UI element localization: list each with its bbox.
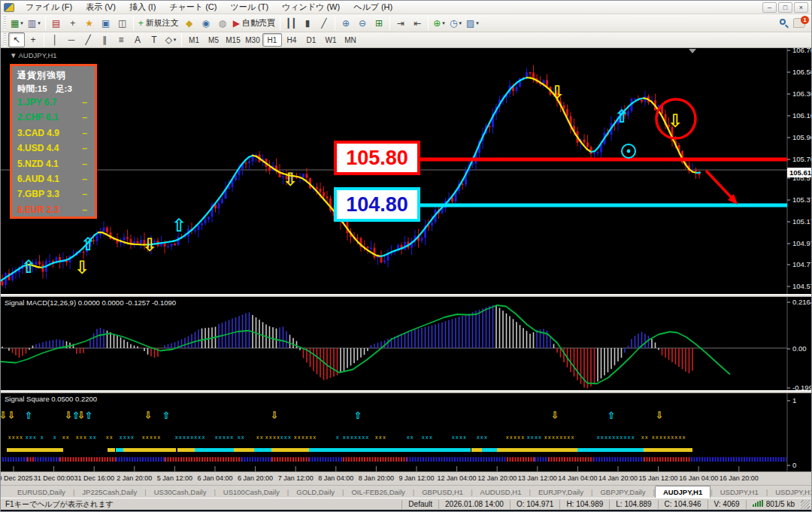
autotrading-button[interactable]: ▶自動売買 [231,16,277,31]
macd-panel[interactable]: 0.21640.00-0.199 Signal MACD(12,26,9) 0.… [1,297,811,390]
cursor-tool[interactable]: ↖ [8,32,25,47]
news-button[interactable]: ◍ [214,16,231,31]
experts-button[interactable]: ◉ [198,16,214,31]
channel-tool-icon: ∥ [102,35,107,45]
macd-title: Signal MACD(12,26,9) 0.0000 0.0000 -0.12… [5,298,176,307]
chart-tab-gold-daily[interactable]: GOLD,Daily [289,486,342,498]
indicators-button-icon: ⊕ [433,18,441,29]
terminal-button[interactable]: ▣ [98,16,114,31]
chart-tab-usdjpy-h1[interactable]: USDJPY,H1 [768,486,812,498]
new-chart-button-icon: ▦ [11,18,19,29]
notifications-icon[interactable]: 1 [793,18,805,28]
new-order-button[interactable]: +新規注文 [136,16,181,31]
restore-button[interactable]: □ [778,2,792,13]
main-chart-panel[interactable]: ⇧⇧⇧⇧⇩⇩⇩⇩⇩106.760106.565106.365106.165105… [1,48,811,294]
templates-button[interactable]: ▨▾ [464,16,481,31]
chart-tabs: EURUSD,Daily|JP225Cash,Daily|US30Cash,Da… [1,485,811,498]
status-profile[interactable]: Default [401,500,438,509]
chart-shift-button[interactable]: ⇤ [409,16,426,31]
svg-text:1: 1 [792,396,796,404]
svg-text:xxxxxxxxxx: xxxxxxxxxx [597,435,635,440]
price-level-label-low[interactable]: 104.80 [334,187,420,222]
minimize-button[interactable]: – [762,2,777,13]
time-axis[interactable]: 30 Dec 202531 Dec 00:0031 Dec 16:002 Jan… [1,471,811,485]
market-watch-button[interactable]: ▤ [48,16,65,31]
mt4-window: ファイル (F)表示 (V)挿入 (I)チャート (C)ツール (T)ウィンドウ… [0,0,812,512]
hline-tool[interactable]: ─ [63,32,80,47]
data-window-button[interactable]: + [65,16,81,31]
menu-v[interactable]: 表示 (V) [79,1,123,14]
chart-tab-eurusd-daily[interactable]: EURUSD,Daily [10,486,73,498]
chart-tab-usdjpy-h1[interactable]: USDJPY,H1 [713,486,766,498]
menu-c[interactable]: チャート (C) [162,1,223,14]
timeframe-mn[interactable]: MN [341,33,360,47]
svg-text:⇩: ⇩ [142,235,157,255]
timeframe-m30[interactable]: M30 [243,33,262,47]
strength-row: 2.CHF 6.1– [17,110,95,125]
cursor-tool-icon: ↖ [13,35,20,45]
menu-f[interactable]: ファイル (F) [19,1,79,14]
periods-button-icon: ◷ [450,18,457,29]
chart-tab-us30cash-daily[interactable]: US30Cash,Daily [147,486,214,498]
vline-tool[interactable]: │ [47,32,63,47]
timeframe-w1[interactable]: W1 [321,33,341,47]
tile-windows-button[interactable]: ⊞ [371,16,387,31]
timeframe-m5[interactable]: M5 [204,33,223,47]
chart-tab-oil-feb26-daily[interactable]: OIL-FEB26,Daily [344,486,412,498]
chart-tab-gbpusd-h1[interactable]: GBPUSD,H1 [414,486,471,498]
chart-tab-eurjpy-daily[interactable]: EURJPY,Daily [531,486,591,498]
auto-scroll-button[interactable]: ⇥ [392,16,409,31]
indicators-button[interactable]: ⊕▾ [431,16,447,31]
timeframe-m15[interactable]: M15 [223,33,243,47]
metaeditor-button[interactable]: ◆ [181,16,198,31]
zoom-out-button[interactable]: ⊖ [354,16,371,31]
trendline-tool[interactable]: ╱ [80,32,96,47]
bars-chart-button[interactable]: ┃┃ [283,16,299,31]
timeframe-d1[interactable]: D1 [301,33,321,47]
shapes-tool[interactable]: ◇▾ [162,32,179,47]
zoom-in-button[interactable]: ⊕ [338,16,354,31]
menu-h[interactable]: ヘルプ (H) [347,1,399,14]
drawing-toolbar: ↖+│─╱∥≡AT◇▾ M1M5M15M30H1H4D1W1MN [1,32,811,48]
candles-chart-button[interactable]: ▮ [299,16,316,31]
new-chart-button[interactable]: ▦▾ [8,16,26,31]
label-tool[interactable]: T [146,32,162,47]
currency-strength-panel: 通貨別強弱 時間:15 足:3 1.JPY 6.7–2.CHF 6.1–3.CA… [10,64,97,219]
profiles-button[interactable]: ▥▾ [26,16,43,31]
timeframe-h1[interactable]: H1 [262,33,282,47]
chart-symbol-label[interactable]: ▼ AUDJPY,H1 [10,51,57,59]
chart-tab-audusd-h1[interactable]: AUDUSD,H1 [473,486,529,498]
resize-grip[interactable] [801,500,810,509]
chart-tab-gbpjpy-daily[interactable]: GBPJPY,Daily [592,486,653,498]
navigator-button[interactable]: ★ [81,16,98,31]
timeframe-h4[interactable]: H4 [282,33,301,47]
svg-text:xx: xx [62,435,70,440]
search-icon[interactable] [780,19,789,28]
svg-text:xxx: xxx [477,435,488,440]
hline-tool-icon: ─ [68,35,75,45]
menu-w[interactable]: ウィンドウ (W) [275,1,347,14]
chart-tab-us100cash-daily[interactable]: US100Cash,Daily [216,486,287,498]
svg-text:⇧: ⇧ [85,410,93,421]
periods-button[interactable]: ◷▾ [447,16,464,31]
main-toolbar: ▦▾▥▾▤+★▣◫+新規注文◆◉◍▶自動売買┃┃▮╱⊕⊖⊞⇥⇤⊕▾◷▾▨▾ 1 [1,14,811,32]
line-chart-button[interactable]: ╱ [316,16,332,31]
strategy-tester-button[interactable]: ◫ [114,16,131,31]
chart-tab-audjpy-h1[interactable]: AUDJPY,H1 [655,486,710,498]
text-tool[interactable]: A [129,32,146,47]
toolbar-grip[interactable] [4,17,6,30]
crosshair-tool-icon: + [30,35,35,45]
crosshair-tool[interactable]: + [25,32,41,47]
toolbar-grip[interactable] [4,33,6,47]
channel-tool[interactable]: ∥ [96,32,113,47]
menu-i[interactable]: 挿入 (I) [123,1,162,14]
menu-t[interactable]: ツール (T) [223,1,275,14]
chart-tab-jp225cash-daily[interactable]: JP225Cash,Daily [74,486,144,498]
window-controls: –□× [762,2,811,13]
close-button[interactable]: × [794,2,808,13]
fibo-tool[interactable]: ≡ [113,32,129,47]
timeframe-m1[interactable]: M1 [184,33,204,47]
timeframe-buttons: M1M5M15M30H1H4D1W1MN [184,33,360,47]
signal-square-panel[interactable]: ⇩⇩⇧⇩⇧⇩⇧⇩⇧⇩⇧⇩⇧⇩xxxxxxxxxxxxxxxxxxxxxxxxxx… [1,393,811,471]
price-level-label-high[interactable]: 105.80 [334,141,420,175]
